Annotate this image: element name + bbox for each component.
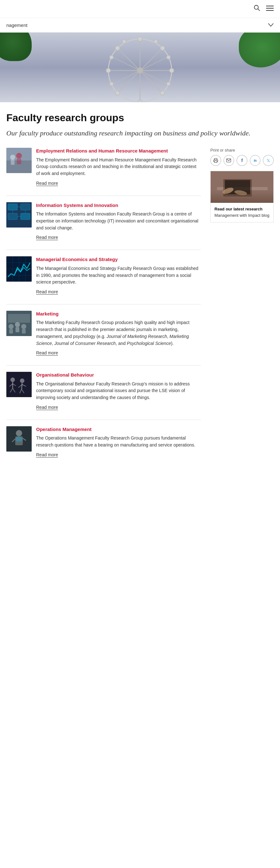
read-more-marketing[interactable]: Read more — [36, 350, 58, 356]
group-thumbnail-employment — [6, 148, 32, 173]
ferris-wheel-graphic — [77, 36, 203, 102]
blog-card-label: Read our latest research — [215, 207, 270, 211]
group-desc-infosys: The Information Systems and Innovation F… — [36, 211, 201, 231]
read-more-economics[interactable]: Read more — [36, 289, 58, 294]
group-managerial-economics: Managerial Economics and Strategy The Ma… — [6, 256, 201, 294]
svg-point-64 — [20, 378, 24, 383]
blog-card-text: Management with Impact blog — [215, 213, 270, 218]
group-desc-operations: The Operations Management Faculty Resear… — [36, 435, 201, 448]
email-button[interactable] — [224, 155, 234, 166]
group-thumbnail-infosys — [6, 202, 32, 227]
divider-3 — [6, 304, 201, 304]
svg-point-0 — [254, 5, 258, 9]
leaves-left-decoration — [0, 33, 32, 61]
group-marketing: Marketing The Marketing Faculty Research… — [6, 311, 201, 356]
svg-point-26 — [167, 82, 170, 86]
divider-5 — [6, 420, 201, 420]
svg-point-52 — [15, 322, 20, 327]
twitter-button[interactable]: 𝕏 — [263, 155, 274, 166]
chevron-down-icon[interactable] — [268, 22, 274, 29]
blog-card-content: Read our latest research Management with… — [211, 203, 273, 222]
group-title-employment: Employment Relations and Human Resource … — [36, 148, 201, 154]
print-share-section: Print or share — [210, 148, 274, 166]
main-content: Faculty research groups Our faculty prod… — [0, 102, 280, 473]
group-title-marketing: Marketing — [36, 311, 201, 317]
read-more-orgbeh[interactable]: Read more — [36, 405, 58, 410]
svg-point-14 — [160, 46, 165, 50]
svg-point-29 — [10, 155, 15, 160]
svg-rect-34 — [8, 204, 18, 210]
svg-rect-56 — [8, 314, 30, 323]
group-thumbnail-economics — [6, 256, 32, 282]
read-more-operations[interactable]: Read more — [36, 452, 58, 458]
linkedin-button[interactable]: in — [250, 155, 261, 166]
group-org-behaviour: Organisational Behaviour The Organisatio… — [6, 372, 201, 410]
divider-2 — [6, 250, 201, 250]
svg-rect-81 — [225, 180, 250, 194]
svg-point-21 — [122, 39, 126, 43]
group-desc-employment: The Employment Relations and Human Resou… — [36, 157, 201, 177]
group-content-infosys: Information Systems and Innovation The I… — [36, 202, 201, 241]
hero-image — [0, 33, 280, 102]
divider-4 — [6, 365, 201, 366]
divider-1 — [6, 195, 201, 196]
group-thumbnail-marketing — [6, 311, 32, 336]
group-content-employment: Employment Relations and Human Resource … — [36, 148, 201, 186]
group-desc-marketing: The Marketing Faculty Research Group pro… — [36, 319, 201, 347]
blog-card-image — [211, 171, 273, 203]
svg-point-31 — [16, 153, 22, 158]
two-column-layout: Employment Relations and Human Resource … — [6, 148, 274, 467]
svg-rect-73 — [16, 437, 22, 441]
svg-point-15 — [169, 68, 174, 73]
leaves-right-decoration — [239, 33, 280, 67]
blog-card[interactable]: Read our latest research Management with… — [210, 171, 274, 222]
group-content-marketing: Marketing The Marketing Faculty Research… — [36, 311, 201, 356]
svg-point-24 — [110, 55, 113, 59]
group-thumbnail-orgbeh — [6, 372, 32, 397]
svg-rect-35 — [21, 204, 30, 210]
svg-point-83 — [234, 190, 247, 196]
group-employment-relations: Employment Relations and Human Resource … — [6, 148, 201, 186]
facebook-button[interactable]: f — [236, 155, 247, 166]
share-icons-row: f in 𝕏 — [210, 155, 274, 166]
read-more-employment[interactable]: Read more — [36, 181, 58, 186]
svg-rect-30 — [11, 160, 15, 165]
svg-point-23 — [167, 55, 170, 59]
svg-rect-57 — [6, 372, 32, 397]
site-header — [0, 0, 280, 18]
group-content-economics: Managerial Economics and Strategy The Ma… — [36, 256, 201, 294]
svg-point-13 — [138, 37, 142, 41]
svg-point-18 — [115, 91, 120, 95]
svg-rect-36 — [8, 213, 18, 220]
print-button[interactable] — [210, 155, 221, 166]
research-groups-list: Employment Relations and Human Resource … — [6, 148, 201, 467]
group-thumbnail-operations — [6, 426, 32, 452]
svg-rect-51 — [9, 329, 13, 334]
page-subtitle: Our faculty produce outstanding research… — [6, 128, 274, 138]
svg-point-25 — [110, 82, 113, 86]
svg-point-17 — [138, 100, 142, 102]
group-title-infosys: Information Systems and Innovation — [36, 202, 201, 209]
right-sidebar: Print or share — [210, 148, 274, 222]
group-desc-orgbeh: The Organisational Behaviour Faculty Res… — [36, 381, 201, 401]
group-desc-economics: The Managerial Economics and Strategy Fa… — [36, 265, 201, 286]
svg-point-50 — [8, 324, 13, 329]
menu-icon[interactable] — [266, 5, 274, 13]
svg-point-19 — [106, 68, 111, 73]
svg-rect-76 — [215, 161, 217, 163]
svg-rect-32 — [17, 158, 21, 164]
svg-rect-55 — [22, 329, 26, 334]
svg-point-20 — [115, 46, 120, 50]
svg-point-71 — [16, 430, 22, 436]
svg-point-58 — [10, 377, 15, 382]
svg-line-65 — [22, 383, 22, 389]
group-content-orgbeh: Organisational Behaviour The Organisatio… — [36, 372, 201, 410]
search-icon[interactable] — [253, 4, 260, 13]
page-title: Faculty research groups — [6, 112, 274, 124]
group-title-operations: Operations Management — [36, 426, 201, 433]
read-more-infosys[interactable]: Read more — [36, 235, 58, 240]
svg-rect-37 — [21, 213, 30, 220]
svg-line-1 — [258, 9, 260, 11]
breadcrumb-nav: nagement — [0, 18, 280, 33]
svg-point-54 — [21, 324, 26, 329]
